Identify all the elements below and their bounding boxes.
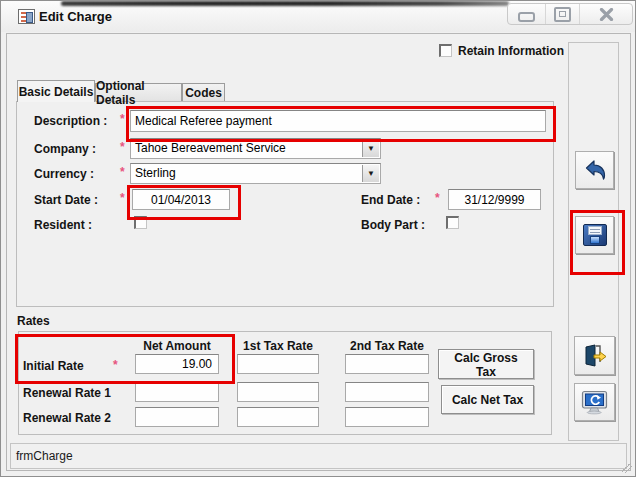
chevron-down-icon[interactable]: ▼ [362, 165, 379, 182]
renewal-rate-2-tax2-input[interactable] [345, 407, 429, 427]
view-button[interactable] [574, 383, 615, 421]
resident-checkbox[interactable] [134, 216, 147, 229]
resize-grip[interactable] [622, 463, 632, 473]
initial-rate-tax2-input[interactable] [345, 354, 429, 374]
start-date-required-marker: * [120, 191, 125, 205]
calc-net-tax-button[interactable]: Calc Net Tax [441, 385, 534, 414]
initial-rate-required-marker: * [113, 358, 118, 372]
calc-gross-tax-button[interactable]: Calc Gross Tax [438, 349, 534, 379]
renewal-rate-2-label: Renewal Rate 2 [23, 411, 111, 425]
column-header-2nd-tax-rate: 2nd Tax Rate [345, 339, 429, 353]
title-bar[interactable]: Edit Charge [1, 1, 635, 32]
company-label: Company : [34, 142, 96, 156]
window-title: Edit Charge [39, 9, 112, 24]
undo-button[interactable] [575, 151, 614, 189]
edit-charge-window: Edit Charge Retain Information Basic Det… [0, 0, 636, 477]
minimize-icon [518, 12, 535, 22]
renewal-rate-1-net-amount-input[interactable] [135, 382, 219, 402]
close-button[interactable] [580, 4, 632, 24]
renewal-rate-1-label: Renewal Rate 1 [23, 386, 111, 400]
window-controls [507, 3, 633, 25]
description-required-marker: * [120, 112, 125, 126]
monitor-icon [581, 390, 608, 415]
minimize-button[interactable] [508, 4, 546, 24]
start-date-label: Start Date : [34, 193, 98, 207]
renewal-rate-1-tax1-input[interactable] [237, 382, 319, 402]
chevron-down-icon[interactable]: ▼ [362, 140, 379, 157]
body-part-checkbox[interactable] [446, 216, 459, 229]
currency-label: Currency : [34, 167, 94, 181]
currency-dropdown[interactable]: Sterling ▼ [130, 163, 381, 184]
body-part-label: Body Part : [361, 218, 425, 232]
save-floppy-icon [583, 224, 607, 246]
status-bar: frmCharge [10, 443, 627, 469]
close-icon [599, 8, 614, 21]
exit-button[interactable] [574, 336, 615, 375]
exit-door-icon [581, 344, 608, 368]
renewal-rate-1-tax2-input[interactable] [345, 382, 429, 402]
company-required-marker: * [120, 140, 125, 154]
rates-section-label: Rates [17, 314, 50, 328]
column-header-1st-tax-rate: 1st Tax Rate [237, 339, 319, 353]
retain-information-label: Retain Information [458, 44, 564, 58]
description-input[interactable] [130, 110, 546, 132]
retain-information-checkbox[interactable] [439, 44, 452, 57]
save-button[interactable] [575, 216, 614, 254]
currency-value: Sterling [135, 166, 176, 180]
tab-basic-details[interactable]: Basic Details [17, 80, 95, 102]
end-date-required-marker: * [435, 191, 440, 205]
resident-label: Resident : [34, 218, 92, 232]
company-dropdown[interactable]: Tahoe Bereavement Service ▼ [130, 138, 381, 159]
maximize-button[interactable] [546, 4, 580, 24]
status-form-name: frmCharge [16, 449, 73, 463]
initial-rate-tax1-input[interactable] [237, 354, 319, 374]
tab-codes[interactable]: Codes [182, 83, 225, 101]
column-header-net-amount: Net Amount [135, 339, 219, 353]
undo-icon [582, 157, 608, 183]
renewal-rate-2-net-amount-input[interactable] [135, 407, 219, 427]
form-icon [18, 9, 35, 24]
screenshot-artifact-strip [61, 1, 509, 6]
renewal-rate-2-tax1-input[interactable] [237, 407, 319, 427]
start-date-input[interactable] [132, 189, 230, 210]
company-value: Tahoe Bereavement Service [135, 141, 286, 155]
description-label: Description : [34, 114, 107, 128]
initial-rate-label: Initial Rate [23, 359, 84, 373]
maximize-icon [554, 7, 571, 22]
end-date-input[interactable] [448, 189, 541, 210]
initial-rate-net-amount-input[interactable] [135, 354, 219, 374]
currency-required-marker: * [120, 165, 125, 179]
end-date-label: End Date : [361, 193, 420, 207]
tab-optional-details[interactable]: Optional Details [95, 83, 182, 101]
